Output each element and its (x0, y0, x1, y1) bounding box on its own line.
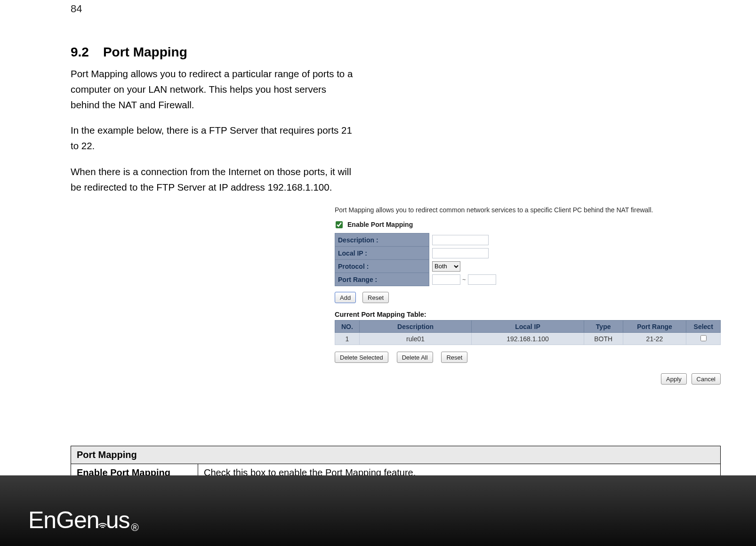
port-range-separator: ~ (462, 276, 466, 283)
col-port-range: Port Range (623, 321, 686, 333)
col-local-ip: Local IP (472, 321, 584, 333)
row-select-checkbox[interactable] (700, 335, 707, 341)
registered-trademark-icon: ® (131, 522, 138, 534)
table-action-row: Delete Selected Delete All Reset (335, 352, 721, 363)
wifi-icon (98, 510, 107, 529)
form-label-port-range: Port Range : (335, 273, 429, 286)
port-mapping-table: NO. Description Local IP Type Port Range… (335, 320, 721, 345)
table-row: 1 rule01 192.168.1.100 BOTH 21-22 (335, 333, 721, 345)
enable-port-mapping-label: Enable Port Mapping (347, 221, 413, 228)
apply-cancel-row: Apply Cancel (335, 373, 721, 385)
protocol-select[interactable]: Both (432, 261, 460, 272)
definitions-header: Port Mapping (71, 446, 721, 464)
reset-form-button[interactable]: Reset (362, 292, 389, 303)
ui-screenshot: Port Mapping allows you to redirect comm… (335, 206, 721, 385)
description-input[interactable] (432, 235, 489, 245)
enable-port-mapping-checkbox[interactable] (336, 221, 343, 228)
cancel-button[interactable]: Cancel (692, 373, 721, 385)
port-range-from-input[interactable] (432, 274, 460, 285)
delete-selected-button[interactable]: Delete Selected (335, 352, 388, 363)
port-mapping-form: Description : Local IP : Protocol : Both (335, 233, 542, 286)
col-description: Description (359, 321, 471, 333)
col-type: Type (584, 321, 623, 333)
section-number: 9.2 (71, 45, 89, 59)
port-range-to-input[interactable] (468, 274, 496, 285)
cell-port-range: 21-22 (623, 333, 686, 345)
col-no: NO. (335, 321, 360, 333)
content-area: 9.2Port Mapping Port Mapping allows you … (71, 45, 721, 546)
paragraph-3: When there is a connection from the Inte… (71, 164, 358, 195)
paragraph-1: Port Mapping allows you to redirect a pa… (71, 66, 358, 112)
cell-no: 1 (335, 333, 360, 345)
brand-text-post: us (106, 506, 130, 534)
cell-select (686, 333, 721, 345)
section-title: Port Mapping (103, 45, 187, 59)
brand-text-pre: EnGen (28, 506, 99, 534)
add-button[interactable]: Add (335, 292, 356, 303)
mapping-table-title: Current Port Mapping Table: (335, 311, 721, 318)
form-button-row: Add Reset (335, 292, 721, 303)
cell-description: rule01 (359, 333, 471, 345)
cell-local-ip: 192.168.1.100 (472, 333, 584, 345)
form-label-local-ip: Local IP : (335, 247, 429, 260)
table-header-row: NO. Description Local IP Type Port Range… (335, 321, 721, 333)
brand-logo: EnGen us ® (28, 506, 138, 534)
col-select: Select (686, 321, 721, 333)
form-label-protocol: Protocol : (335, 260, 429, 273)
page-footer: EnGen us ® (0, 475, 756, 546)
paragraph-2: In the example below, there is a FTP Ser… (71, 123, 358, 154)
delete-all-button[interactable]: Delete All (397, 352, 433, 363)
description-column: Port Mapping allows you to redirect a pa… (71, 66, 358, 206)
form-label-description: Description : (335, 233, 429, 247)
local-ip-input[interactable] (432, 248, 489, 258)
cell-type: BOTH (584, 333, 623, 345)
section-heading: 9.2Port Mapping (71, 45, 721, 60)
page: 84 9.2Port Mapping Port Mapping allows y… (0, 0, 756, 546)
apply-button[interactable]: Apply (661, 373, 687, 385)
reset-table-button[interactable]: Reset (441, 352, 467, 363)
ui-intro-text: Port Mapping allows you to redirect comm… (335, 206, 721, 215)
enable-port-mapping-row: Enable Port Mapping (336, 221, 721, 228)
page-number: 84 (71, 3, 82, 15)
